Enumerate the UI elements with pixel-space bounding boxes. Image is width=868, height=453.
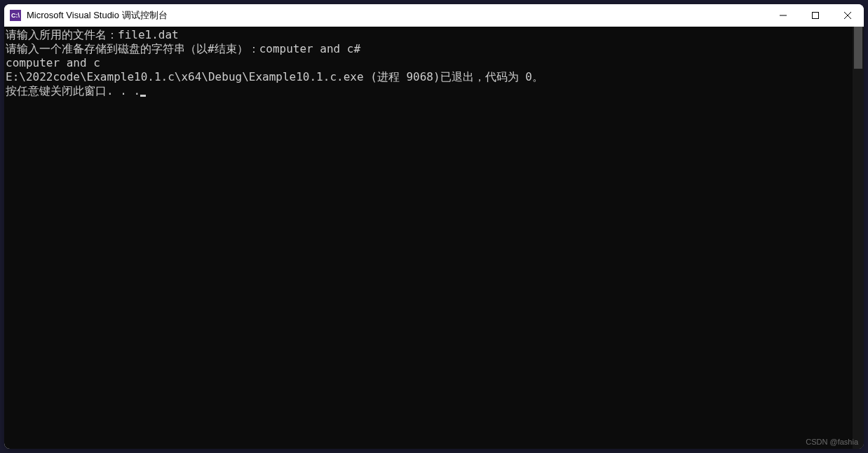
titlebar: C:\ Microsoft Visual Studio 调试控制台 (4, 4, 864, 27)
maximize-button[interactable] (799, 4, 832, 27)
console-line: 请输入一个准备存储到磁盘的字符串（以#结束）：computer and c# (6, 42, 851, 56)
console-window: C:\ Microsoft Visual Studio 调试控制台 请输入所用的… (4, 4, 864, 449)
console-line: E:\2022code\Example10.1.c\x64\Debug\Exam… (6, 70, 851, 84)
window-controls (767, 4, 864, 27)
console-output: 请输入所用的文件名：file1.dat请输入一个准备存储到磁盘的字符串（以#结束… (4, 27, 853, 449)
svg-rect-1 (813, 13, 819, 19)
app-icon: C:\ (10, 10, 21, 21)
app-icon-text: C:\ (11, 12, 20, 19)
minimize-icon (780, 12, 787, 19)
minimize-button[interactable] (767, 4, 799, 27)
close-icon (844, 12, 851, 19)
cursor (140, 95, 146, 97)
console-area[interactable]: 请输入所用的文件名：file1.dat请输入一个准备存储到磁盘的字符串（以#结束… (4, 27, 864, 449)
close-button[interactable] (832, 4, 864, 27)
window-title: Microsoft Visual Studio 调试控制台 (27, 9, 767, 22)
console-line: 按任意键关闭此窗口. . . (6, 84, 851, 98)
scrollbar-thumb[interactable] (854, 27, 862, 69)
user-input: computer and c# (259, 42, 361, 55)
maximize-icon (812, 12, 819, 19)
prompt-text: 按任意键关闭此窗口. . . (6, 84, 140, 97)
prompt-text: 请输入所用的文件名： (6, 28, 118, 41)
console-line: computer and c (6, 56, 851, 70)
watermark: CSDN @fashia (806, 438, 858, 446)
vertical-scrollbar[interactable] (853, 27, 864, 449)
console-line: 请输入所用的文件名：file1.dat (6, 28, 851, 42)
prompt-text: 请输入一个准备存储到磁盘的字符串（以#结束）： (6, 42, 259, 55)
user-input: file1.dat (118, 28, 179, 41)
